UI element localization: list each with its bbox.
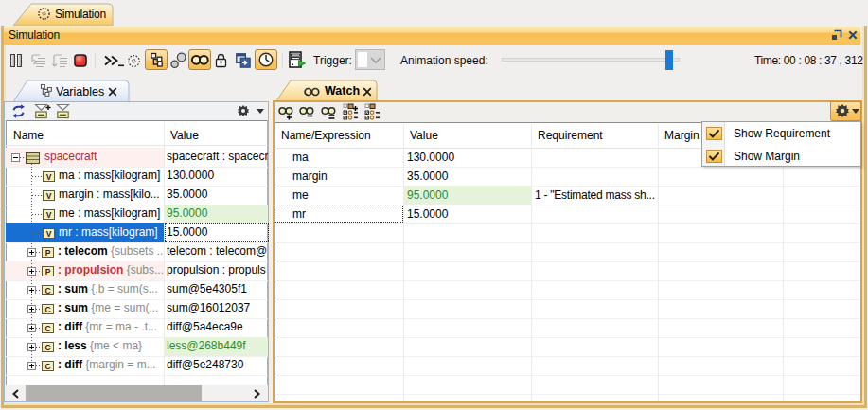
svg-text:C: C (44, 323, 50, 332)
svg-text:C: C (44, 304, 50, 313)
svg-text:V: V (46, 171, 52, 181)
svg-text:C: C (44, 285, 50, 294)
svg-text:C: C (44, 342, 50, 351)
svg-text:V: V (46, 190, 52, 200)
svg-text:P: P (45, 247, 51, 257)
svg-text:P: P (45, 266, 51, 276)
svg-text:V: V (46, 209, 52, 219)
svg-text:C: C (44, 361, 50, 370)
svg-text:V: V (46, 228, 52, 238)
